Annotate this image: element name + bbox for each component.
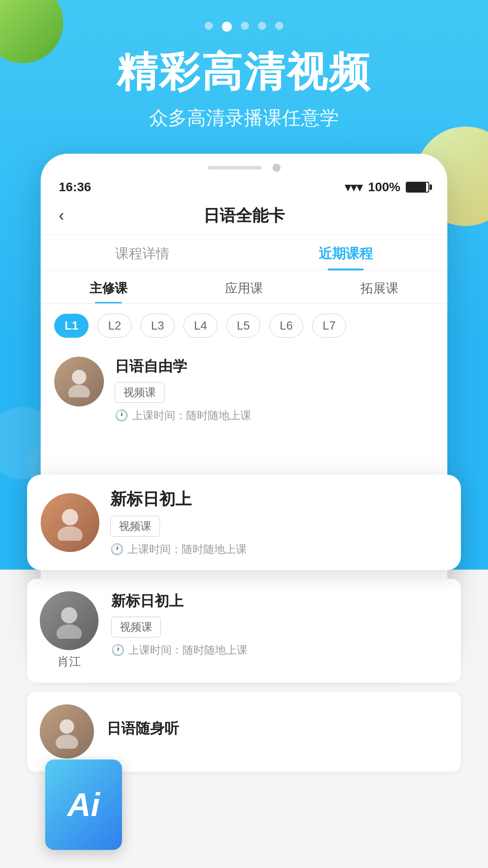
level-L5[interactable]: L5 [226,314,260,338]
sub-tab-extended[interactable]: 拓展课 [312,271,447,303]
dot-5[interactable] [275,22,283,30]
course-avatar-0 [54,357,104,406]
lower-avatar-0 [40,591,99,650]
level-L6[interactable]: L6 [269,314,303,338]
tab-course-detail[interactable]: 课程详情 [41,235,244,270]
floating-course-tag: 视频课 [110,516,160,537]
hero-subtitle: 众多高清录播课任意学 [0,105,488,131]
sub-tabs: 主修课 应用课 拓展课 [41,271,447,304]
tab-recent-courses[interactable]: 近期课程 [244,235,447,270]
lower-section: 肖江 新标日初上 视频课 🕐 上课时间：随时随地上课 日语随身听 [0,579,488,772]
phone-camera [272,164,281,172]
lower-avatar-1 [40,704,94,759]
course-tag-0: 视频课 [115,382,164,403]
svg-point-0 [72,370,86,384]
lower-course-name-0: 新标日初上 [111,591,448,611]
lower-avatar-image-1 [40,704,94,759]
svg-point-4 [61,607,77,623]
pagination-dots [205,22,283,32]
wifi-icon: ▾▾▾ [345,180,362,194]
battery-icon [406,182,429,193]
sub-tab-main[interactable]: 主修课 [41,271,176,303]
nav-bar: ‹ 日语全能卡 [41,198,447,235]
lower-avatar-image-0 [40,591,99,650]
dot-3[interactable] [241,22,249,30]
level-L7[interactable]: L7 [312,314,346,338]
floating-course-name: 新标日初上 [110,488,447,510]
hero-section: 精彩高清视频 众多高清录播课任意学 [0,50,488,131]
floating-avatar [41,493,99,552]
lower-course-tag-0: 视频课 [111,617,161,637]
main-tabs: 课程详情 近期课程 [41,235,447,271]
status-bar: 16:36 ▾▾▾ 100% [41,176,447,198]
dot-4[interactable] [258,22,266,30]
phone-speaker [207,166,262,170]
ai-badge: Ai [45,760,122,850]
course-time-0: 🕐 上课时间：随时随地上课 [115,408,434,423]
teacher-name-0: 肖江 [57,654,81,670]
battery-percent: 100% [368,180,400,194]
lower-course-info-0: 新标日初上 视频课 🕐 上课时间：随时随地上课 [99,591,448,657]
level-L4[interactable]: L4 [183,314,217,338]
battery-fill [407,183,426,192]
floating-course-time: 🕐 上课时间：随时随地上课 [110,542,447,557]
dot-2[interactable] [222,22,232,32]
page-title: 日语全能卡 [203,205,285,227]
phone-mockup: 16:36 ▾▾▾ 100% ‹ 日语全能卡 课程详情 近期课程 主修课 应用课… [41,154,447,651]
floating-avatar-image [41,493,99,552]
level-L2[interactable]: L2 [98,314,131,338]
back-button[interactable]: ‹ [59,206,64,225]
hero-title: 精彩高清视频 [0,50,488,94]
svg-point-3 [57,526,83,541]
floating-course-info: 新标日初上 视频课 🕐 上课时间：随时随地上课 [99,488,447,557]
lower-course-item-0[interactable]: 肖江 新标日初上 视频课 🕐 上课时间：随时随地上课 [27,579,461,683]
floating-course-card[interactable]: 新标日初上 视频课 🕐 上课时间：随时随地上课 [27,475,461,570]
clock-icon-lower-0: 🕐 [111,644,125,656]
clock-icon-floating: 🕐 [110,543,124,556]
course-info-0: 日语自由学 视频课 🕐 上课时间：随时随地上课 [104,357,434,423]
avatar-image-0 [54,357,104,406]
svg-point-7 [56,735,78,749]
ai-area: Ai [45,760,136,859]
sub-tab-applied[interactable]: 应用课 [176,271,312,303]
level-L1[interactable]: L1 [54,314,89,338]
clock-icon-0: 🕐 [115,409,128,422]
level-L3[interactable]: L3 [141,314,174,338]
lower-course-time-0: 🕐 上课时间：随时随地上课 [111,643,448,657]
course-name-0: 日语自由学 [115,357,434,377]
ai-label: Ai [67,786,100,823]
svg-point-2 [62,509,78,525]
status-right: ▾▾▾ 100% [345,180,429,194]
level-row: L1 L2 L3 L4 L5 L6 L7 [41,304,447,348]
lower-course-name-1: 日语随身听 [107,719,448,739]
phone-top-bar [41,154,447,176]
status-time: 16:36 [59,180,91,194]
svg-point-1 [68,385,90,397]
lower-course-info-1: 日语随身听 [94,719,448,744]
svg-point-5 [56,624,82,639]
course-item-0[interactable]: 日语自由学 视频课 🕐 上课时间：随时随地上课 [41,348,447,432]
dot-1[interactable] [205,22,213,30]
svg-point-6 [60,719,74,734]
